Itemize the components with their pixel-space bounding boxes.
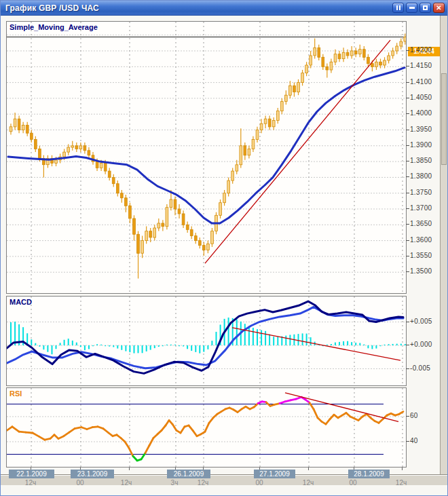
axis-tick <box>406 176 409 177</box>
price-axis-label: 1.3550 <box>410 252 432 259</box>
axis-tick <box>406 161 409 161</box>
macd-grid-horizontal <box>7 322 406 369</box>
indicator-label-rsi: RSI <box>10 389 22 398</box>
vertical-scrollbar[interactable] <box>440 16 447 484</box>
price-axis-label: 1.3650 <box>410 220 432 227</box>
time-axis-tick <box>308 468 309 470</box>
macd-panel[interactable]: MACD <box>6 296 407 386</box>
axis-tick <box>406 271 409 272</box>
axis-tick <box>406 130 409 130</box>
price-axis-label: 1.3500 <box>410 267 432 275</box>
rsi-line <box>7 397 403 461</box>
axis-tick <box>406 193 409 193</box>
rsi-trendline <box>285 393 398 422</box>
axis-tick <box>406 322 409 322</box>
main-trendline <box>205 40 390 263</box>
price-axis-label: 1.4200 <box>410 46 432 54</box>
time-label: 12ч <box>396 479 407 487</box>
axis-tick <box>406 82 409 83</box>
window-controls: ✕ <box>392 3 445 13</box>
price-axis-label: 1.4100 <box>410 78 432 85</box>
macd-chart[interactable] <box>7 297 406 385</box>
axis-tick <box>406 66 409 66</box>
indicator-label-sma: Simple_Moving_Average <box>10 23 98 31</box>
time-axis-tick <box>129 468 130 470</box>
rsi-axis-label: 40 <box>410 437 418 444</box>
rsi-axis-label: 60 <box>410 412 418 419</box>
time-label: 12ч <box>198 479 208 487</box>
rsi-level-lines <box>7 404 384 455</box>
axis-tick <box>406 416 409 417</box>
rsi-grid-vertical <box>31 388 403 467</box>
candlesticks <box>10 33 406 278</box>
axis-tick <box>406 441 409 442</box>
pause-icon <box>396 5 398 10</box>
price-axis-label: 1.4000 <box>410 109 432 117</box>
date-label: 22.1.2009 <box>9 470 54 478</box>
macd-axis-label: -0.005 <box>410 364 430 372</box>
axis-tick <box>406 368 409 369</box>
price-axis-label: 1.3950 <box>410 126 432 133</box>
time-label: 00 <box>255 479 263 487</box>
price-axis-label: 1.3600 <box>410 236 432 244</box>
price-axis-label: 1.3900 <box>410 141 432 149</box>
time-label: 12ч <box>303 479 314 487</box>
time-label: 12ч <box>25 479 36 487</box>
price-axis-label: 1.4050 <box>410 94 432 101</box>
axis-tick <box>406 240 409 241</box>
close-button[interactable]: ✕ <box>433 3 445 13</box>
axis-tick <box>406 208 409 209</box>
minimize-icon <box>409 7 415 9</box>
minimize-button[interactable] <box>406 3 417 13</box>
axis-tick <box>406 345 409 345</box>
time-label: 00 <box>349 479 356 487</box>
indicator-label-macd: MACD <box>10 298 32 306</box>
price-axis-label: 1.4150 <box>410 62 432 69</box>
price-axis-label: 1.3800 <box>410 172 432 180</box>
rsi-panel[interactable]: RSI <box>6 387 407 468</box>
macd-main-line <box>7 301 403 373</box>
axis-tick <box>406 113 409 114</box>
macd-axis-label: +0.000 <box>410 341 432 348</box>
window-title: График GBP /USD ЧАС <box>1 3 99 13</box>
time-label: 3ч <box>171 479 179 487</box>
price-axis-label: 1.3750 <box>410 189 432 196</box>
time-label: 00 <box>76 479 83 487</box>
axis-tick <box>406 50 409 51</box>
date-label: 28.1.2009 <box>348 470 390 478</box>
price-axis-label: 1.3700 <box>410 204 432 212</box>
axis-tick <box>406 145 409 146</box>
chart-window: График GBP /USD ЧАС ✕ Simple_Moving_Aver… <box>0 0 448 496</box>
main-price-panel[interactable]: Simple_Moving_Average <box>6 21 407 294</box>
price-axis-label: 1.3850 <box>410 157 432 164</box>
main-grid-horizontal <box>7 35 406 273</box>
macd-signal-line <box>7 307 403 368</box>
macd-axis-label: +0.005 <box>410 318 432 325</box>
title-bar[interactable]: График GBP /USD ЧАС ✕ <box>1 1 447 16</box>
candlestick-chart[interactable] <box>7 22 406 293</box>
rsi-chart[interactable] <box>7 388 406 467</box>
pause-button[interactable] <box>392 3 404 13</box>
scrollbar-thumb[interactable] <box>441 73 447 165</box>
axis-tick <box>406 98 409 98</box>
date-label: 23.1.2009 <box>71 470 114 478</box>
date-label: 27.1.2009 <box>254 470 295 478</box>
maximize-icon <box>423 5 428 10</box>
chart-client-area: Simple_Moving_Average MACD RSI 1.4244 <box>1 16 447 485</box>
macd-histogram <box>10 318 406 354</box>
time-label: 12ч <box>121 479 132 487</box>
time-axis-tick <box>402 468 403 470</box>
maximize-button[interactable] <box>419 3 431 13</box>
date-label: 26.1.2009 <box>167 470 210 478</box>
axis-tick <box>406 256 409 256</box>
close-icon: ✕ <box>436 5 441 12</box>
axis-tick <box>406 224 409 225</box>
